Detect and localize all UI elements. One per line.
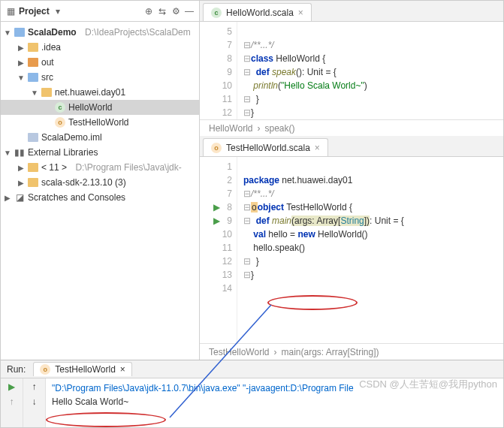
editor2[interactable]: 1 2 7 ▶8 ▶9 10 11 12 13 14 package net.h… (200, 157, 503, 343)
gutter: 5 7 8 9 10 11 12 (200, 22, 237, 119)
editor2-breadcrumb: TestHelloWorld›main(args: Array[String]) (200, 343, 503, 360)
project-sidebar: ▦ Project ▾ ⊕ ⇆ ⚙ — ▼ ScalaDemo D:\IdeaP… (1, 1, 200, 360)
editor1-breadcrumb: HelloWorld›speak() (200, 119, 503, 136)
tree-item[interactable]: ▶out (1, 55, 199, 70)
run-output[interactable]: "D:\Program Files\Java\jdk-11.0.7\bin\ja… (46, 378, 503, 427)
dropdown-icon[interactable]: ▾ (53, 6, 63, 17)
run-toolbar: ▶ ↑ (1, 378, 23, 427)
object-icon: o (40, 364, 50, 375)
run-gutter-icon[interactable]: ▶ (213, 200, 220, 214)
close-icon[interactable]: × (298, 8, 303, 18)
tree-item[interactable]: oTestHelloWorld (1, 115, 199, 130)
run-toolbar2: ↑ ↓ (23, 378, 46, 427)
scratch-icon: ◪ (14, 192, 25, 203)
tree-scratches[interactable]: ▶◪Scratches and Consoles (1, 190, 199, 205)
tree-item[interactable]: ▼net.huawei.day01 (1, 85, 199, 100)
project-tree: ▼ ScalaDemo D:\IdeaProjects\ScalaDem ▶.i… (1, 22, 199, 360)
run-header: Run: o TestHelloWorld × (1, 360, 503, 378)
object-icon: o (211, 143, 222, 153)
tree-item[interactable]: ▶scala-sdk-2.13.10 (3) (1, 175, 199, 190)
tab-testhelloworld[interactable]: o TestHelloWorld.scala × (203, 138, 328, 156)
tab-helloworld[interactable]: c HelloWorld.scala × (203, 3, 312, 21)
hide-icon[interactable]: — (184, 6, 195, 17)
collapse-icon[interactable]: ⇆ (157, 6, 167, 17)
gutter: 1 2 7 ▶8 ▶9 10 11 12 13 14 (200, 157, 237, 343)
rerun-icon[interactable]: ▶ (8, 381, 15, 392)
down-icon[interactable]: ↓ (32, 396, 37, 407)
sidebar-title: Project (19, 6, 50, 17)
tree-item[interactable]: ▶ < 11 > D:\Program Files\Java\jdk- (1, 160, 199, 175)
tree-item[interactable]: ▼src (1, 70, 199, 85)
run-label: Run: (7, 364, 26, 375)
code-area[interactable]: ⊟/**...*/⊟class HelloWorld {⊟ def speak(… (237, 22, 503, 119)
tree-item[interactable]: ScalaDemo.iml (1, 130, 199, 145)
object-icon: o (55, 117, 65, 128)
tree-item[interactable]: ▶.idea (1, 40, 199, 55)
class-icon: c (211, 8, 222, 18)
gear-icon[interactable]: ⚙ (171, 6, 181, 17)
editor2-tabs: o TestHelloWorld.scala × (200, 136, 503, 157)
tree-item-selected[interactable]: cHelloWorld (1, 100, 199, 115)
editor-area: c HelloWorld.scala × 5 7 8 9 10 11 12 ⊟/… (200, 1, 503, 360)
class-icon: c (55, 102, 65, 113)
tree-root[interactable]: ▼ ScalaDemo D:\IdeaProjects\ScalaDem (1, 25, 199, 40)
editor1[interactable]: 5 7 8 9 10 11 12 ⊟/**...*/⊟class HelloWo… (200, 22, 503, 119)
close-icon[interactable]: × (120, 364, 125, 375)
stop-icon[interactable]: ↑ (10, 396, 14, 407)
code-area[interactable]: package net.huawei.day01⊟/**...*/⊟oobjec… (237, 157, 503, 343)
sidebar-header: ▦ Project ▾ ⊕ ⇆ ⚙ — (1, 1, 199, 22)
run-panel: Run: o TestHelloWorld × ▶ ↑ ↑ ↓ "D:\Prog… (1, 360, 503, 427)
editor1-tabs: c HelloWorld.scala × (200, 1, 503, 22)
tree-external[interactable]: ▼▮▮External Libraries (1, 145, 199, 160)
up-icon[interactable]: ↑ (32, 381, 37, 392)
target-icon[interactable]: ⊕ (143, 6, 154, 17)
run-gutter-icon[interactable]: ▶ (213, 214, 220, 228)
project-icon: ▦ (5, 6, 16, 17)
library-icon: ▮▮ (14, 147, 25, 158)
run-tab[interactable]: o TestHelloWorld × (33, 362, 132, 376)
close-icon[interactable]: × (315, 143, 320, 153)
